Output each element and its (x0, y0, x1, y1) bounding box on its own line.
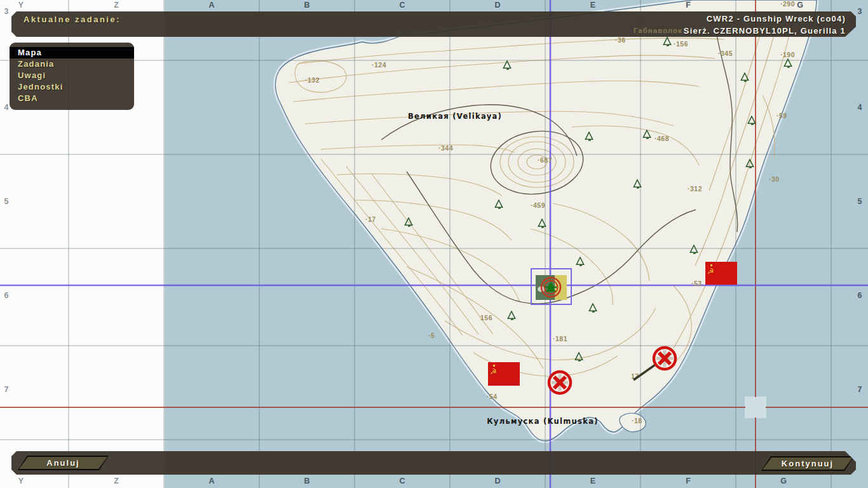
cancel-button-label: Anuluj (19, 457, 107, 469)
elevation-label: ·156 (674, 40, 688, 48)
elevation-label: ·18 (632, 417, 642, 424)
continue-button-label: Kontynuuj (763, 458, 853, 470)
current-task-bar: Aktualne zadanie: CWR2 - Gunship Wreck (… (11, 11, 856, 37)
grid-row-label: 3 (858, 7, 862, 16)
grid-row-label: 6 (858, 291, 862, 300)
grid-column-label: G (797, 1, 803, 10)
place-label: Великая (Velikaya) (408, 112, 502, 121)
elevation-label: ·468 (654, 135, 669, 142)
grid-column-label: E (590, 1, 595, 10)
grid-column-label: B (304, 477, 309, 485)
mission-title: CWR2 - Gunship Wreck (co04) (684, 13, 846, 25)
elevation-label: ·5 (428, 332, 435, 339)
grid-row-label: 5 (4, 197, 9, 206)
map-label-gabnavolok: Габнаволок (634, 27, 682, 34)
elevation-label: ·53 (691, 280, 702, 287)
elevation-label: ·345 (718, 50, 733, 57)
elevation-label: ·36 (615, 36, 626, 44)
grid-column-label: D (494, 477, 500, 485)
menu-item-mapa[interactable]: Mapa (10, 47, 134, 58)
marker-destroyed[interactable] (549, 372, 571, 393)
grid-row-label: 4 (858, 103, 862, 112)
grid-column-label: C (399, 1, 405, 10)
elevation-label: ·132 (305, 76, 320, 84)
grid-column-label: Y (18, 477, 24, 485)
grid-column-label: Z (114, 1, 119, 10)
menu-item-uwagi[interactable]: Uwagi (10, 70, 134, 81)
grid-column-label: Z (114, 477, 119, 485)
grid-column-label: A (208, 1, 214, 10)
svg-text:☭: ☭ (490, 367, 497, 376)
elevation-label: ·459 (531, 201, 545, 209)
bottom-bar: Anuluj Kontynuuj (11, 451, 856, 475)
grid-column-label: F (686, 1, 691, 10)
svg-text:☭: ☭ (707, 267, 714, 276)
elevation-label: ·190 (780, 51, 795, 58)
elevation-label: ·687 (538, 156, 552, 164)
grid-column-label: Y (18, 1, 24, 10)
marker-soviet-flag[interactable]: ☭ (488, 362, 520, 386)
elevation-label: ·54 (487, 393, 498, 400)
grid-column-label: A (208, 477, 214, 485)
grid-row-label: 6 (4, 291, 9, 300)
grid-column-label: B (304, 1, 309, 10)
menu-item-cba[interactable]: CBA (10, 93, 134, 104)
cancel-button[interactable]: Anuluj (18, 456, 109, 470)
map-screen: YYZZAABBCCDDEEFFGG3344556677 ·124·132·36… (0, 0, 868, 488)
grid-row-label: 7 (4, 385, 9, 394)
elevation-label: ·290 (780, 0, 795, 8)
elevation-label: ·181 (553, 335, 567, 342)
elevation-label: ·17 (365, 215, 376, 223)
elevation-label: 156 (480, 314, 492, 322)
grid-column-label: G (780, 477, 787, 485)
grid-row-label: 5 (858, 197, 862, 206)
grid-column-label: F (686, 477, 691, 485)
menu-item-zadania[interactable]: Zadania (10, 58, 134, 70)
grid-column-label: E (590, 477, 595, 485)
marker-destroyed[interactable] (654, 348, 675, 369)
elevation-label: ·312 (688, 185, 702, 193)
grid-row-label: 4 (4, 103, 9, 112)
continue-button[interactable]: Kontynuuj (761, 456, 854, 471)
current-task-label: Aktualne zadanie: (24, 15, 121, 24)
registration-mark-patch (745, 396, 766, 418)
grid-row-label: 3 (4, 7, 9, 16)
grid-column-label: D (494, 1, 500, 10)
menu-item-jednostki[interactable]: Jednostki (10, 81, 134, 93)
grid-row-label: 7 (858, 385, 862, 394)
elevation-label: ·59 (776, 112, 787, 119)
grid-column-label: C (399, 477, 405, 485)
marker-soviet-flag[interactable]: ☭ (705, 262, 737, 285)
elevation-label: ·30 (769, 175, 780, 183)
elevation-label: ·124 (372, 61, 386, 69)
place-label: Кульмуска (Kulmuska) (487, 417, 599, 426)
player-name: Sierż. CZERNOBYL10PL, Guerilla 1 (684, 25, 846, 37)
briefing-menu: MapaZadaniaUwagiJednostkiCBA (10, 43, 134, 110)
elevation-label: ·344 (438, 144, 453, 152)
